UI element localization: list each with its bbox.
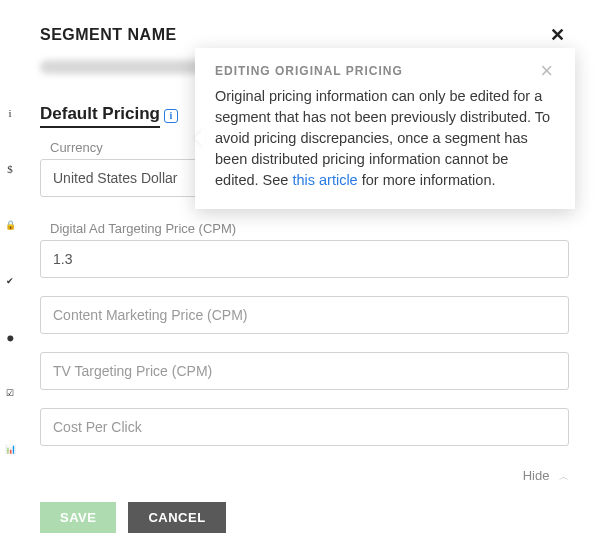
circle-icon[interactable]: ⬤ bbox=[2, 329, 18, 345]
tooltip-body: Original pricing information can only be… bbox=[215, 86, 555, 191]
section-title: Default Pricing bbox=[40, 104, 160, 128]
close-icon[interactable]: × bbox=[538, 64, 555, 77]
button-row: SAVE CANCEL bbox=[40, 502, 569, 533]
panel-header: SEGMENT NAME ✕ bbox=[40, 20, 569, 50]
editing-pricing-tooltip: EDITING ORIGINAL PRICING × Original pric… bbox=[195, 48, 575, 209]
cost-per-click-field[interactable] bbox=[40, 408, 569, 446]
hide-label: Hide bbox=[523, 468, 550, 483]
tooltip-header: EDITING ORIGINAL PRICING × bbox=[215, 64, 555, 78]
info-icon[interactable]: i bbox=[164, 109, 178, 123]
content-marketing-price-field[interactable] bbox=[40, 296, 569, 334]
digital-price-field[interactable] bbox=[40, 240, 569, 278]
left-icon-rail: i $ 🔒 ✔ ⬤ ☑ 📊 bbox=[0, 0, 20, 546]
save-button[interactable]: SAVE bbox=[40, 502, 116, 533]
chart-icon[interactable]: 📊 bbox=[2, 441, 18, 457]
chevron-up-icon: ︿ bbox=[559, 470, 569, 484]
digital-price-label: Digital Ad Targeting Price (CPM) bbox=[50, 221, 569, 236]
hide-toggle[interactable]: Hide ︿ bbox=[40, 468, 569, 484]
info-icon[interactable]: i bbox=[2, 105, 18, 121]
check-icon[interactable]: ✔ bbox=[2, 273, 18, 289]
tooltip-article-link[interactable]: this article bbox=[292, 172, 357, 188]
tv-targeting-price-field[interactable] bbox=[40, 352, 569, 390]
dollar-icon[interactable]: $ bbox=[2, 161, 18, 177]
segment-name-title: SEGMENT NAME bbox=[40, 26, 177, 44]
tooltip-text-post: for more information. bbox=[358, 172, 496, 188]
lock-icon[interactable]: 🔒 bbox=[2, 217, 18, 233]
close-icon[interactable]: ✕ bbox=[546, 20, 569, 50]
tooltip-title: EDITING ORIGINAL PRICING bbox=[215, 64, 403, 78]
checkbox-icon[interactable]: ☑ bbox=[2, 385, 18, 401]
cancel-button[interactable]: CANCEL bbox=[128, 502, 225, 533]
